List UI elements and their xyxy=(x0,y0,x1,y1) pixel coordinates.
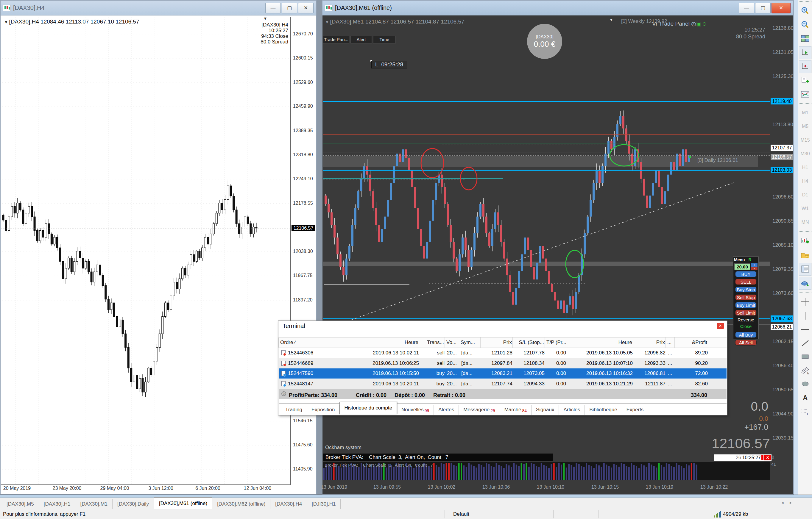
terminal-order-row[interactable]: 1524475902019.06.13 10:15:50buy20...[da.… xyxy=(279,368,727,378)
chart-tab--dax30-h4[interactable]: [DAX30],H4 xyxy=(270,499,307,510)
toolbar-expert-advisors-button[interactable] xyxy=(799,277,811,290)
drawing-tool-vertical-line-button[interactable] xyxy=(799,309,811,322)
drawing-tool-label-button[interactable]: F xyxy=(799,405,811,418)
terminal-column-header[interactable]: Prix xyxy=(635,337,665,347)
trade-button-sell-limit[interactable]: Sell Limit xyxy=(735,310,757,316)
toolbar-zoom-in-button[interactable] xyxy=(799,4,811,17)
status-separator xyxy=(508,510,508,518)
trade-button-buy-stop[interactable]: Buy Stop xyxy=(735,286,757,293)
trade-button-close[interactable]: Close xyxy=(735,324,757,330)
chart-tab--dax30-m1[interactable]: [DAX30],M1 xyxy=(75,499,113,510)
toolbar-new-chart-button[interactable] xyxy=(799,235,811,248)
terminal-column-header[interactable]: Heure xyxy=(568,337,632,347)
timeframe-button-w1[interactable]: W1 xyxy=(799,203,811,215)
chart-tab--dax30-m61-offline-[interactable]: [DAX30],M61 (offline) xyxy=(154,497,212,510)
chart-tab--dax30-h1[interactable]: [DAX30],H1 xyxy=(39,499,76,510)
timeframe-button-m15[interactable]: M15 xyxy=(799,134,811,146)
drawing-tool-trendline-button[interactable] xyxy=(799,337,811,350)
toolbar-tile-windows-button[interactable] xyxy=(799,32,811,45)
trade-button-reverse[interactable]: Reverse xyxy=(735,317,757,323)
trade-button-sell-stop[interactable]: Sell Stop xyxy=(735,294,757,300)
toolbar-zoom-out-button[interactable] xyxy=(799,18,811,31)
terminal-column-header[interactable]: &Profit xyxy=(676,337,707,347)
timeframe-button-m5[interactable]: M5 xyxy=(799,121,811,132)
drawing-tool-rectangle-button[interactable] xyxy=(799,350,811,363)
timeframe-button-h1[interactable]: H1 xyxy=(799,161,811,174)
restore-button[interactable]: ▢ xyxy=(282,3,297,13)
timeframe-button-m30[interactable]: M30 xyxy=(799,148,811,160)
lot-size-input[interactable] xyxy=(734,263,750,270)
restore-button[interactable]: ▢ xyxy=(755,3,771,13)
status-profile[interactable]: Default xyxy=(453,511,469,517)
drawing-tool-horizontal-line-button[interactable] xyxy=(799,323,811,336)
terminal-tab-signaux[interactable]: Signaux xyxy=(531,405,559,415)
drawing-tool-fibonacci-button[interactable]: E xyxy=(799,364,811,377)
countdown-close-button[interactable]: X xyxy=(764,455,771,460)
left-window-titlebar[interactable]: [DAX30],H4 — ▢ ✕ xyxy=(1,1,316,16)
close-button[interactable]: ✕ xyxy=(298,3,314,13)
close-button[interactable]: ✕ xyxy=(772,3,790,13)
toolbar-favorites-button[interactable] xyxy=(799,249,811,262)
minimize-button[interactable]: — xyxy=(739,3,754,13)
toolbar-indicators-button[interactable] xyxy=(799,74,811,87)
terminal-titlebar[interactable]: Terminal ✕ xyxy=(279,321,727,332)
panel-menu[interactable]: Menu xyxy=(734,257,745,262)
terminal-tab-march-[interactable]: Marché84 xyxy=(500,405,531,415)
terminal-column-header[interactable]: Trans... xyxy=(421,337,444,347)
terminal-tab-historique-du-compte[interactable]: Historique du compte xyxy=(340,402,397,414)
terminal-tab-messagerie[interactable]: Messagerie25 xyxy=(459,405,500,415)
terminal-column-header[interactable]: Vo... xyxy=(446,337,458,347)
terminal-tab-articles[interactable]: Articles xyxy=(559,405,585,415)
chart-tab--dax30-m62-offline-[interactable]: [DAX30],M62 (offline) xyxy=(212,499,270,510)
terminal-column-header[interactable]: Heure xyxy=(355,337,418,347)
terminal-tab-bibliotheque[interactable]: Bibliotheque xyxy=(585,405,622,415)
lot-decrease-button[interactable]: - xyxy=(751,267,757,270)
right-date-tick: 13 Jun 09:55 xyxy=(365,485,409,490)
timeframe-button-mn[interactable]: MN xyxy=(799,216,811,228)
chart-tab--dji30-h1[interactable]: [DJI30],H1 xyxy=(307,499,341,510)
terminal-cell: 12093.33 xyxy=(635,358,666,368)
left-candlestick-chart[interactable] xyxy=(1,17,289,485)
terminal-column-header[interactable]: Prix xyxy=(482,337,512,347)
terminal-column-header[interactable]: Ordre ∕ xyxy=(280,337,353,347)
chart-tab--dax30-m5[interactable]: [DAX30],M5 xyxy=(2,499,39,510)
drawing-tool-crosshair-button[interactable] xyxy=(799,296,811,309)
timeframe-button-h4[interactable]: H4 xyxy=(799,175,811,187)
drawing-tool-ellipse-button[interactable] xyxy=(799,378,811,391)
right-scroll-strip[interactable] xyxy=(793,0,798,495)
terminal-column-header[interactable]: ... xyxy=(667,337,674,347)
summary-total: 334.00 xyxy=(676,390,707,400)
terminal-column-header[interactable]: T/P (Pr... xyxy=(546,337,566,347)
trade-button-sell[interactable]: SELL xyxy=(735,279,757,285)
trade-button-all-sell[interactable]: All Sell xyxy=(735,340,757,345)
toolbar-market-watch-button[interactable] xyxy=(799,263,811,276)
terminal-column-header[interactable]: Sym... xyxy=(461,337,480,347)
terminal-column-header[interactable]: S/L (Stop... xyxy=(514,337,544,347)
terminal-order-row[interactable]: 1524466892019.06.13 10:06:25sell20...[da… xyxy=(279,358,727,368)
chart-tab--dax30-daily[interactable]: [DAX30],Daily xyxy=(113,499,154,510)
terminal-tab-trading[interactable]: Trading xyxy=(281,405,307,415)
timeframe-button-d1[interactable]: D1 xyxy=(799,189,811,201)
terminal-order-row[interactable]: 1524463062019.06.13 10:02:11sell20...[da… xyxy=(279,348,727,358)
trade-button-buy-limit[interactable]: Buy Limit xyxy=(735,302,757,308)
terminal-tab-nouvelles[interactable]: Nouvelles99 xyxy=(397,405,434,415)
terminal-column-divider xyxy=(566,337,567,347)
toolbar-templates-button[interactable] xyxy=(799,88,811,101)
terminal-order-row[interactable]: 1524481472019.06.13 10:20:11buy20...[da.… xyxy=(279,379,727,389)
terminal-tab-experts[interactable]: Experts xyxy=(622,405,648,415)
right-window-titlebar[interactable]: [DAX30],M61 (offline) — ▢ ✕ xyxy=(322,1,793,16)
tab-scroll-right[interactable]: ▸ xyxy=(790,500,792,505)
trade-button-all-buy[interactable]: All Buy xyxy=(735,332,757,338)
terminal-close-button[interactable]: ✕ xyxy=(717,323,724,329)
trade-button-buy[interactable]: BUY xyxy=(735,271,757,277)
terminal-cell: 2019.06.13 10:07:10 xyxy=(569,358,633,368)
terminal-cell: 12073.05 xyxy=(515,368,545,378)
terminal-tab-exposition[interactable]: Exposition xyxy=(307,405,340,415)
timeframe-button-m1[interactable]: M1 xyxy=(799,107,811,119)
tab-scroll-left[interactable]: ◂ xyxy=(781,500,784,505)
toolbar-auto-scroll-button[interactable] xyxy=(799,46,811,59)
toolbar-chart-shift-button[interactable] xyxy=(799,60,811,73)
drawing-tool-text-button[interactable]: A xyxy=(799,391,811,404)
terminal-tab-alertes[interactable]: Alertes xyxy=(434,405,459,415)
minimize-button[interactable]: — xyxy=(265,3,281,13)
